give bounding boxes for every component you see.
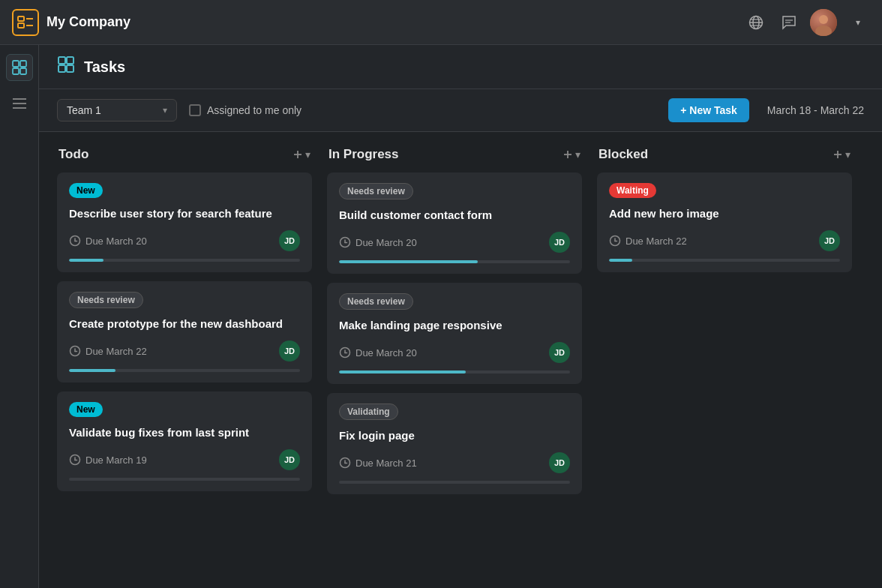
svg-rect-22 <box>58 65 65 72</box>
task-due: Due March 22 <box>609 235 687 247</box>
svg-point-11 <box>819 15 828 24</box>
task-progress-bar <box>339 481 570 484</box>
column-title-todo: Todo <box>58 147 88 162</box>
task-progress-fill <box>339 260 478 263</box>
avatar-chevron-icon[interactable]: ▾ <box>846 10 870 34</box>
task-footer: Due March 20JD <box>339 232 570 253</box>
task-footer: Due March 21JD <box>339 452 570 473</box>
task-footer: Due March 22JD <box>69 340 300 362</box>
task-title: Add new hero image <box>609 206 840 221</box>
chat-icon[interactable] <box>777 10 801 34</box>
kanban-board: Todo▾NewDescribe user story for search f… <box>39 132 882 588</box>
column-add-button-blocked[interactable]: ▾ <box>832 148 850 160</box>
svg-rect-21 <box>67 57 74 64</box>
toolbar: Team 1 ▾ Assigned to me only + New Task … <box>39 89 882 132</box>
task-progress-fill <box>69 259 104 262</box>
task-card[interactable]: WaitingAdd new hero imageDue March 22JD <box>597 172 852 272</box>
globe-icon[interactable] <box>744 10 768 34</box>
task-due-text: Due March 20 <box>356 347 417 358</box>
task-due: Due March 20 <box>339 236 417 248</box>
task-avatar: JD <box>549 342 570 363</box>
task-card[interactable]: NewDescribe user story for search featur… <box>57 172 312 272</box>
column-add-button-in-progress[interactable]: ▾ <box>562 148 580 160</box>
task-avatar: JD <box>279 230 300 251</box>
column-title-blocked: Blocked <box>598 147 648 162</box>
task-due-text: Due March 19 <box>86 454 147 466</box>
new-task-button[interactable]: + New Task <box>668 98 749 122</box>
task-due: Due March 21 <box>339 457 417 469</box>
task-footer: Due March 19JD <box>69 449 300 470</box>
task-badge: Needs review <box>69 292 143 308</box>
task-card[interactable]: Needs reviewCreate prototype for the new… <box>57 281 312 382</box>
task-due: Due March 22 <box>69 345 147 357</box>
task-title: Make landing page responsive <box>339 317 570 333</box>
column-blocked: Blocked▾WaitingAdd new hero imageDue Mar… <box>597 147 852 573</box>
content-area: Tasks Team 1 ▾ Assigned to me only + New… <box>39 45 882 588</box>
task-title: Build customer contact form <box>339 207 570 223</box>
task-due-text: Due March 20 <box>356 237 417 248</box>
svg-rect-13 <box>13 61 19 67</box>
team-select[interactable]: Team 1 ▾ <box>57 99 177 122</box>
task-card[interactable]: ValidatingFix login pageDue March 21JD <box>327 393 582 494</box>
task-footer: Due March 20JD <box>339 342 570 363</box>
svg-rect-1 <box>18 23 24 28</box>
task-progress-bar <box>339 260 570 263</box>
column-in-progress: In Progress▾Needs reviewBuild customer c… <box>327 147 582 573</box>
left-sidebar <box>0 45 39 588</box>
task-avatar: JD <box>279 449 300 470</box>
task-progress-bar <box>69 478 300 481</box>
task-progress-bar <box>69 369 300 372</box>
logo-area: My Company <box>12 9 130 36</box>
date-range: March 18 - March 22 <box>767 104 864 116</box>
assigned-to-me-checkbox[interactable]: Assigned to me only <box>189 104 302 116</box>
checkbox-box <box>189 104 201 116</box>
task-progress-fill <box>339 370 466 374</box>
task-avatar: JD <box>279 340 300 362</box>
svg-rect-14 <box>13 68 19 74</box>
task-due: Due March 20 <box>69 235 147 247</box>
sidebar-tasks-icon[interactable] <box>6 54 33 81</box>
task-card[interactable]: NewValidate bug fixes from last sprintDu… <box>57 392 312 491</box>
main-layout: Tasks Team 1 ▾ Assigned to me only + New… <box>0 45 882 588</box>
task-avatar: JD <box>819 230 840 251</box>
task-title: Describe user story for search feature <box>69 206 300 221</box>
assigned-label: Assigned to me only <box>207 104 302 116</box>
column-todo: Todo▾NewDescribe user story for search f… <box>57 147 312 573</box>
team-select-arrow-icon: ▾ <box>163 105 167 116</box>
task-card[interactable]: Needs reviewBuild customer contact formD… <box>327 172 582 274</box>
team-select-value: Team 1 <box>67 104 157 116</box>
task-title: Create prototype for the new dashboard <box>69 316 300 332</box>
task-due-text: Due March 22 <box>86 346 147 357</box>
task-footer: Due March 20JD <box>69 230 300 251</box>
task-badge: Needs review <box>339 293 413 310</box>
task-badge: Validating <box>339 404 398 420</box>
svg-rect-20 <box>58 57 65 64</box>
column-title-in-progress: In Progress <box>328 147 399 162</box>
page-header: Tasks <box>39 45 882 89</box>
svg-rect-23 <box>67 65 74 72</box>
column-add-button-todo[interactable]: ▾ <box>292 148 310 160</box>
task-badge: Needs review <box>339 183 413 200</box>
svg-rect-0 <box>18 16 24 21</box>
sidebar-list-icon[interactable] <box>6 90 33 117</box>
user-avatar[interactable] <box>810 9 837 36</box>
svg-point-12 <box>815 26 832 36</box>
svg-rect-15 <box>20 61 26 67</box>
task-avatar: JD <box>549 232 570 253</box>
task-badge: New <box>69 402 103 417</box>
task-badge: New <box>69 183 103 198</box>
task-progress-fill <box>609 259 632 262</box>
logo-icon <box>12 9 39 36</box>
page-title: Tasks <box>84 58 125 76</box>
column-header-blocked: Blocked▾ <box>597 147 852 162</box>
task-card[interactable]: Needs reviewMake landing page responsive… <box>327 283 582 384</box>
task-due: Due March 20 <box>339 346 417 358</box>
task-due-text: Due March 20 <box>86 236 147 247</box>
task-due-text: Due March 22 <box>626 236 687 247</box>
task-progress-bar <box>69 259 300 262</box>
top-nav: My Company <box>0 0 882 45</box>
nav-actions: ▾ <box>744 9 870 36</box>
task-progress-fill <box>69 369 116 372</box>
page-header-icon <box>57 56 75 78</box>
task-badge: Waiting <box>609 183 656 198</box>
